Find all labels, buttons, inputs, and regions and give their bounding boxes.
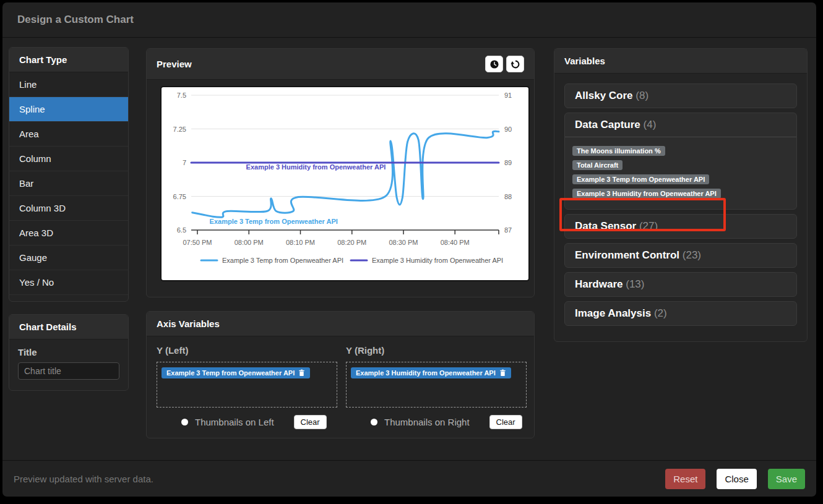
svg-text:Example 3 Temp from Openweathe: Example 3 Temp from Openweather API	[222, 257, 343, 264]
variable-tag-label: The Moons illumination %	[577, 147, 661, 155]
chart-type-item-label: Yes / No	[19, 277, 54, 288]
variable-group-header[interactable]: Data Sensor (27)	[565, 215, 796, 238]
clear-left-button[interactable]: Clear	[294, 415, 327, 429]
thumbnails-left-radio[interactable]	[181, 419, 188, 425]
svg-text:7: 7	[183, 159, 186, 166]
refresh-button[interactable]	[506, 56, 524, 72]
chart-type-item[interactable]: Column 3D	[9, 196, 128, 221]
chart-details-header: Chart Details	[9, 315, 128, 340]
group-label: Allsky Core	[575, 90, 633, 101]
variable-group-header[interactable]: Environment Control (23)	[565, 244, 796, 267]
variable-group-hardware[interactable]: Hardware (13)	[564, 272, 797, 297]
y-right-column: Y (Right) Example 3 Humidity from Openwe…	[346, 345, 527, 429]
chart-type-item-label: Column	[19, 153, 51, 164]
variable-tag-label: Total Aircraft	[577, 161, 618, 169]
chart-type-item-label: Spline	[19, 104, 45, 114]
clock-icon	[489, 59, 499, 69]
chart-title-label: Title	[18, 347, 119, 357]
variable-tag[interactable]: Example 3 Humidity from Openweather API	[572, 189, 721, 199]
thumbnails-right-radio[interactable]	[371, 419, 377, 425]
y-left-variable-pill[interactable]: Example 3 Temp from Openweather API	[162, 367, 310, 378]
history-button[interactable]	[485, 56, 503, 72]
y-right-variable-pill[interactable]: Example 3 Humidity from Openweather API	[351, 367, 511, 378]
spline-chart: 6.5876.75887897.25907.59107:50 PM08:00 P…	[162, 87, 528, 280]
variable-tag[interactable]: Total Aircraft	[572, 160, 623, 170]
variable-group-data-sensor[interactable]: Data Sensor (27)	[564, 214, 797, 239]
y-left-pill-label: Example 3 Temp from Openweather API	[166, 369, 295, 377]
chart-details-panel: Chart Details Title	[9, 314, 129, 391]
chart-type-item[interactable]: Area 3D	[9, 221, 128, 246]
svg-text:Example 3 Temp from Openweathe: Example 3 Temp from Openweather API	[210, 218, 338, 225]
data-capture-tag-list: The Moons illumination % Total Aircraft …	[565, 137, 796, 209]
svg-text:90: 90	[504, 126, 512, 133]
variable-group-environment-control[interactable]: Environment Control (23)	[564, 243, 797, 268]
variables-body: Allsky Core (8) Data Capture (4) The Moo…	[554, 74, 807, 340]
chart-type-item[interactable]: Spline	[9, 97, 128, 122]
svg-text:7.5: 7.5	[177, 92, 186, 99]
variable-group-data-capture[interactable]: Data Capture (4) The Moons illumination …	[564, 113, 797, 210]
group-count: (27)	[639, 220, 658, 232]
axis-variables-header: Axis Variables	[147, 312, 534, 336]
group-label: Environment Control	[575, 249, 679, 261]
variable-group-image-analysis[interactable]: Image Analysis (2)	[564, 301, 797, 326]
svg-text:08:30 PM: 08:30 PM	[389, 239, 418, 246]
reset-button[interactable]: Reset	[665, 469, 705, 489]
svg-text:08:40 PM: 08:40 PM	[441, 239, 470, 246]
variable-tag-label: Example 3 Humidity from Openweather API	[577, 190, 717, 197]
chart-type-item-label: Bar	[19, 178, 33, 189]
chart-type-list: Line Spline Area Column Bar	[9, 72, 128, 295]
modal-header: Design a Custom Chart	[2, 2, 816, 38]
y-right-pill-label: Example 3 Humidity from Openweather API	[356, 369, 496, 377]
svg-text:6.75: 6.75	[173, 193, 186, 200]
axis-variables-panel: Axis Variables Y (Left) Example 3 Temp f…	[146, 311, 535, 438]
y-left-column: Y (Left) Example 3 Temp from Openweather…	[157, 345, 337, 429]
modal-footer: Preview updated with server data. Reset …	[2, 460, 816, 497]
variable-tag[interactable]: Example 3 Temp from Openweather API	[572, 174, 709, 184]
chart-type-item-label: Area	[19, 129, 39, 139]
chart-type-item[interactable]: Line	[9, 72, 128, 97]
modal-body: Chart Type Line Spline Area	[2, 38, 816, 460]
y-left-dropzone[interactable]: Example 3 Temp from Openweather API	[157, 362, 337, 408]
variable-group-header[interactable]: Image Analysis (2)	[565, 302, 796, 325]
group-label: Data Sensor	[575, 220, 636, 232]
variable-group-header[interactable]: Data Capture (4)	[565, 113, 796, 137]
trash-icon[interactable]	[499, 369, 506, 377]
chart-type-item[interactable]: Area	[9, 122, 128, 147]
variable-tag[interactable]: The Moons illumination %	[572, 146, 665, 156]
svg-text:6.5: 6.5	[177, 226, 186, 234]
svg-text:08:00 PM: 08:00 PM	[235, 239, 264, 246]
svg-text:89: 89	[504, 159, 512, 166]
group-count: (4)	[644, 119, 657, 130]
variable-group-header[interactable]: Hardware (13)	[565, 273, 796, 296]
y-right-dropzone[interactable]: Example 3 Humidity from Openweather API	[346, 362, 527, 408]
svg-text:91: 91	[504, 92, 512, 99]
thumbnails-left-label: Thumbnails on Left	[195, 417, 274, 427]
save-button[interactable]: Save	[768, 469, 805, 489]
chart-preview-card: 6.5876.75887897.25907.59107:50 PM08:00 P…	[160, 86, 530, 281]
thumbnails-right-row: Thumbnails on Right Clear	[371, 415, 527, 429]
chart-details-body: Title	[9, 340, 128, 387]
thumbnails-left-row: Thumbnails on Left Clear	[181, 415, 337, 429]
variable-tag-label: Example 3 Temp from Openweather API	[577, 176, 705, 183]
svg-text:08:10 PM: 08:10 PM	[286, 239, 315, 246]
preview-header-label: Preview	[157, 59, 192, 69]
group-label: Data Capture	[575, 119, 640, 130]
variables-panel: Variables Allsky Core (8) Data Capture (…	[554, 48, 808, 342]
group-label: Hardware	[575, 278, 623, 290]
variable-group-allsky-core[interactable]: Allsky Core (8)	[564, 83, 797, 108]
modal-title: Design a Custom Chart	[17, 14, 134, 25]
close-button[interactable]: Close	[717, 469, 756, 489]
chart-type-item-label: Area 3D	[19, 228, 53, 238]
chart-type-item[interactable]: Yes / No	[9, 270, 128, 295]
chart-type-item[interactable]: Bar	[9, 171, 128, 196]
clear-right-button[interactable]: Clear	[489, 415, 522, 429]
chart-type-item[interactable]: Gauge	[9, 246, 128, 270]
refresh-icon	[511, 59, 520, 69]
svg-text:7.25: 7.25	[173, 126, 186, 133]
trash-icon[interactable]	[298, 369, 305, 377]
svg-text:08:20 PM: 08:20 PM	[337, 239, 366, 246]
chart-type-header: Chart Type	[9, 48, 128, 72]
chart-title-input[interactable]	[18, 362, 119, 380]
chart-type-item[interactable]: Column	[9, 147, 128, 171]
variable-group-header[interactable]: Allsky Core (8)	[565, 84, 796, 108]
